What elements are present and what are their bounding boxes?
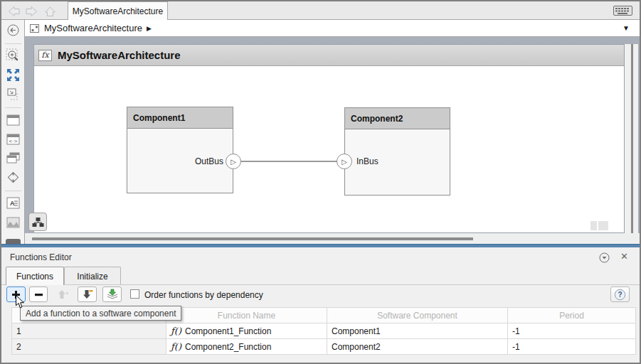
fx-badge-icon: fx xyxy=(38,50,52,61)
tab-bar: MySoftwareArchitecture xyxy=(1,1,640,20)
period-cell[interactable]: -1 xyxy=(508,323,636,339)
fit-to-view-icon[interactable] xyxy=(6,68,21,82)
import-layers-icon xyxy=(106,289,119,300)
function-name: Component1_Function xyxy=(185,326,271,336)
remove-function-button[interactable] xyxy=(29,287,48,302)
tab-initialize[interactable]: Initialize xyxy=(64,267,121,285)
row-number: 2 xyxy=(12,339,166,355)
panel-title: Functions Editor xyxy=(10,252,72,262)
up-arrow-plus-icon xyxy=(57,289,69,299)
minimize-panel-icon[interactable] xyxy=(599,252,610,266)
svg-text:A: A xyxy=(10,200,15,207)
forward-arrow-icon[interactable] xyxy=(25,6,38,16)
table-row[interactable]: 2 ƒ()Component2_Function Component2 -1 xyxy=(12,339,636,355)
breadcrumb-expand-arrow[interactable]: ▶ xyxy=(147,25,152,32)
function-icon: ƒ() xyxy=(171,341,181,352)
order-functions-label: Order functions by dependency xyxy=(144,290,263,300)
function-name-cell[interactable]: ƒ()Component2_Function xyxy=(166,339,327,355)
tab-underline xyxy=(1,284,640,285)
question-icon: ? xyxy=(614,289,626,301)
port-triangle-glyph: ▷ xyxy=(231,158,236,166)
close-panel-icon[interactable]: ✕ xyxy=(620,251,628,262)
svg-text:?: ? xyxy=(618,291,622,299)
component1-block[interactable]: Component1 xyxy=(127,107,233,193)
vertical-scrollbar-thumb[interactable] xyxy=(631,44,633,233)
zoom-region-icon[interactable] xyxy=(6,87,21,102)
import-functions-button[interactable] xyxy=(102,287,122,302)
col-header-software-component[interactable]: Software Component xyxy=(327,308,508,323)
functions-editor-panel: Functions Editor ✕ Functions Initialize … xyxy=(1,247,640,363)
diagram-viewport: fx MySoftwareArchitecture Component1 Out… xyxy=(25,37,640,244)
inbus-port-icon[interactable]: ▷ xyxy=(337,154,352,169)
hide-browser-icon[interactable] xyxy=(6,23,21,38)
duplicate-icon[interactable] xyxy=(6,151,21,166)
outbus-port-label: OutBus xyxy=(174,156,223,166)
document-tab[interactable]: MySoftwareArchitecture xyxy=(68,1,168,20)
canvas-title: MySoftwareArchitecture xyxy=(58,49,181,61)
signal-routing-icon[interactable] xyxy=(6,170,21,185)
add-function-tooltip: Add a function to a software component xyxy=(20,306,181,321)
col-header-function-name[interactable]: Function Name xyxy=(166,308,327,323)
outbus-port-icon[interactable]: ▷ xyxy=(226,154,241,169)
sidebar-divider xyxy=(5,43,21,44)
subsystem-icon xyxy=(29,23,41,34)
architecture-canvas[interactable]: fx MySoftwareArchitecture Component1 Out… xyxy=(33,44,625,233)
port-triangle-glyph: ▷ xyxy=(341,158,347,166)
component2-name: Component2 xyxy=(351,114,403,124)
mouse-cursor xyxy=(15,294,26,313)
app-window: MySoftwareArchitecture MySoftwareArchite… xyxy=(0,0,641,364)
hierarchy-badge-button[interactable] xyxy=(28,213,47,231)
component2-block[interactable]: Component2 xyxy=(344,107,450,196)
code-viewer-icon[interactable]: <·> xyxy=(6,132,21,146)
sidebar-overflow-icon[interactable] xyxy=(6,239,21,244)
component1-name: Component1 xyxy=(133,113,185,123)
horizontal-scrollbar[interactable] xyxy=(25,233,640,244)
breadcrumb-dropdown-icon[interactable]: ▼ xyxy=(623,24,630,32)
up-arrow-icon[interactable] xyxy=(43,6,56,16)
minus-icon xyxy=(34,290,43,299)
canvas-title-bar: fx MySoftwareArchitecture xyxy=(34,45,624,66)
connector-wire[interactable] xyxy=(233,161,344,162)
canvas-resize-grip[interactable] xyxy=(590,221,608,230)
breadcrumb: MySoftwareArchitecture ▶ ▼ xyxy=(25,20,640,37)
function-name: Component2_Function xyxy=(185,342,271,352)
zoom-in-icon[interactable] xyxy=(6,48,21,63)
tab-functions[interactable]: Functions xyxy=(6,267,64,285)
keyboard-shortcuts-icon[interactable] xyxy=(613,6,632,18)
component1-header: Component1 xyxy=(127,107,233,129)
sidebar-divider xyxy=(5,107,21,108)
back-arrow-icon[interactable] xyxy=(7,6,20,16)
move-up-button[interactable] xyxy=(53,287,72,302)
sidebar-divider xyxy=(5,191,21,191)
software-component-cell[interactable]: Component2 xyxy=(327,339,508,355)
tab-initialize-label: Initialize xyxy=(77,272,107,282)
function-name-cell[interactable]: ƒ()Component1_Function xyxy=(166,323,327,339)
function-icon: ƒ() xyxy=(171,326,181,336)
down-arrow-minus-icon xyxy=(82,289,93,299)
period-cell[interactable]: -1 xyxy=(508,339,636,355)
order-functions-checkbox[interactable] xyxy=(130,289,139,299)
document-tab-label: MySoftwareArchitecture xyxy=(73,6,163,16)
hierarchy-icon xyxy=(32,217,44,228)
image-icon[interactable] xyxy=(6,215,21,230)
row-number: 1 xyxy=(12,323,166,339)
help-button[interactable]: ? xyxy=(610,287,630,302)
subsystem-block-icon[interactable] xyxy=(6,112,21,127)
software-component-cell[interactable]: Component1 xyxy=(327,323,508,339)
move-down-button[interactable] xyxy=(78,287,97,302)
table-row[interactable]: 1 ƒ()Component1_Function Component1 -1 xyxy=(12,323,636,339)
horizontal-scrollbar-thumb[interactable] xyxy=(32,237,473,240)
component2-header: Component2 xyxy=(345,108,450,129)
col-header-period[interactable]: Period xyxy=(508,308,636,323)
palette-sidebar: <·> A xyxy=(1,20,25,244)
svg-text:<·>: <·> xyxy=(9,137,17,144)
vertical-scrollbar[interactable] xyxy=(625,44,638,233)
breadcrumb-item[interactable]: MySoftwareArchitecture xyxy=(44,23,142,33)
inbus-port-label: InBus xyxy=(356,156,378,166)
tab-functions-label: Functions xyxy=(16,272,53,282)
annotation-icon[interactable]: A xyxy=(6,196,21,210)
